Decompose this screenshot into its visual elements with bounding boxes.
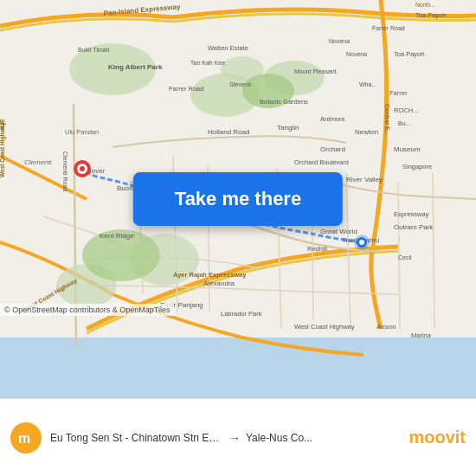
from-label: Eu Tong Sen St - Chinatown Stn Exit ...: [50, 432, 223, 444]
svg-text:Toa Payoh: Toa Payoh: [394, 50, 424, 58]
map-attribution: © OpenStreetMap contributors & OpenMapTi…: [0, 304, 174, 316]
svg-text:West Coast Highway: West Coast Highway: [294, 323, 355, 331]
moovit-logo-icon: m: [10, 422, 42, 453]
svg-text:Ardmore: Ardmore: [320, 115, 345, 123]
svg-text:Stevens: Stevens: [229, 81, 252, 87]
svg-text:Singapore: Singapore: [402, 163, 432, 170]
svg-text:Orchard: Orchard: [320, 145, 345, 153]
svg-text:Bu...: Bu...: [398, 120, 410, 126]
svg-text:King Albert Park: King Albert Park: [108, 63, 163, 71]
svg-point-65: [80, 166, 85, 171]
svg-text:KJE: KJE: [0, 119, 5, 130]
svg-text:North...: North...: [415, 2, 435, 8]
svg-text:Tan Kah Kee: Tan Kah Kee: [190, 60, 225, 66]
svg-text:Cecil: Cecil: [398, 254, 412, 261]
svg-point-68: [359, 240, 364, 245]
svg-text:Farrer: Farrer: [389, 89, 408, 97]
svg-text:ROCH...: ROCH...: [394, 106, 418, 114]
svg-text:Wha...: Wha...: [359, 81, 376, 87]
svg-text:Bukit Timah: Bukit Timah: [78, 47, 110, 53]
svg-text:Novena: Novena: [346, 51, 367, 57]
svg-text:Ulu Pandan: Ulu Pandan: [65, 128, 99, 136]
svg-text:Tanglin: Tanglin: [277, 124, 299, 132]
to-label: Yale-Nus Co...: [246, 432, 312, 444]
svg-text:Museum: Museum: [394, 145, 421, 153]
route-info: Eu Tong Sen St - Chinatown Stn Exit ... …: [50, 431, 402, 445]
arrow-right-icon: →: [228, 431, 241, 445]
svg-text:Kent Ridge: Kent Ridge: [100, 232, 134, 240]
svg-text:Clementi Road: Clementi Road: [62, 151, 68, 191]
svg-text:Ayer Rajah Expressway: Ayer Rajah Expressway: [173, 271, 247, 279]
svg-text:River Valley: River Valley: [346, 176, 383, 183]
svg-text:Marina: Marina: [411, 331, 432, 339]
svg-text:Toa Payoh: Toa Payoh: [415, 11, 446, 19]
svg-text:Labrador Park: Labrador Park: [221, 310, 262, 318]
svg-text:Redhill: Redhill: [307, 245, 327, 253]
svg-text:Farrer Road: Farrer Road: [372, 25, 405, 31]
moovit-logo: m: [10, 422, 42, 453]
moovit-brand-text: moovit: [408, 428, 466, 447]
svg-text:Mount Pleasant: Mount Pleasant: [294, 68, 337, 74]
svg-text:Alexandra: Alexandra: [203, 280, 235, 287]
svg-text:Farrer Road: Farrer Road: [169, 85, 203, 93]
svg-text:Outram Park: Outram Park: [394, 223, 434, 231]
map-container: Pan-Island Expressway Ayer Rajah Express…: [0, 0, 476, 398]
take-me-there-button[interactable]: Take me there: [133, 172, 343, 226]
svg-text:Novena: Novena: [329, 38, 350, 44]
svg-text:Watten Estate: Watten Estate: [208, 44, 248, 52]
button-overlay: Take me there: [133, 172, 343, 226]
svg-rect-2: [0, 338, 476, 398]
svg-text:Botanic Gardens: Botanic Gardens: [260, 98, 308, 106]
svg-text:Holland Road: Holland Road: [208, 128, 249, 136]
moovit-brand: moovit: [408, 428, 466, 447]
svg-text:Newton: Newton: [355, 128, 378, 136]
svg-text:Central E...: Central E...: [384, 104, 390, 136]
bottom-bar: m Eu Tong Sen St - Chinatown Stn Exit ..…: [0, 398, 476, 476]
svg-text:m: m: [18, 431, 30, 446]
svg-text:Orchard Boulevard: Orchard Boulevard: [294, 158, 349, 166]
svg-text:Anson: Anson: [376, 323, 396, 331]
from-to-row: Eu Tong Sen St - Chinatown Stn Exit ... …: [50, 431, 402, 445]
svg-text:Great World: Great World: [320, 228, 357, 235]
svg-text:Clementi: Clementi: [24, 158, 52, 166]
svg-text:Expressway: Expressway: [394, 210, 429, 218]
